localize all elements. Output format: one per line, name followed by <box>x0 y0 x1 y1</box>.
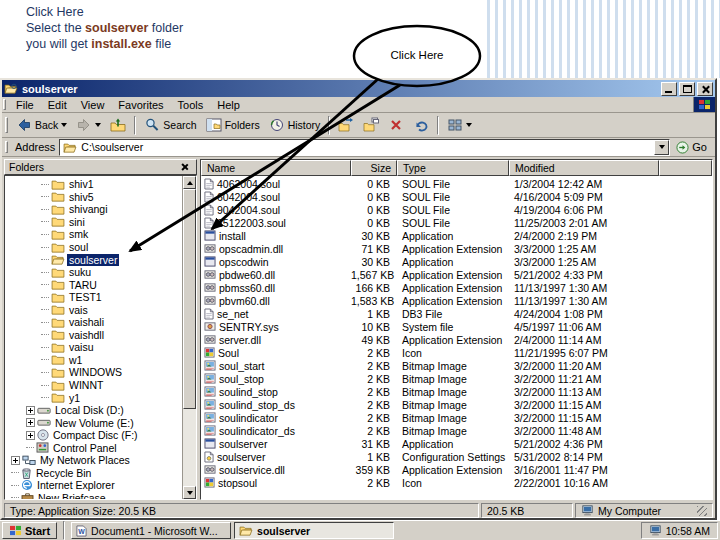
file-row-opscadmin-dll[interactable]: opscadmin.dll71 KBApplication Extension3… <box>201 242 712 255</box>
file-row-sentry-sys[interactable]: SENTRY.sys10 KBSystem file4/5/1997 11:06… <box>201 320 712 333</box>
file-row-soulserver[interactable]: soulserver1 KBConfiguration Settings5/31… <box>201 450 712 463</box>
close-button[interactable] <box>697 82 713 96</box>
tree-item-shiv5[interactable]: shiv5 <box>5 191 182 204</box>
tree-item-vaishdll[interactable]: vaishdll <box>5 329 182 342</box>
toolbar-grip[interactable] <box>5 117 8 134</box>
menu-help[interactable]: Help <box>210 98 247 112</box>
column-header-modified[interactable]: Modified <box>509 160 659 176</box>
scrollbar-track[interactable] <box>183 189 196 486</box>
file-row-soulind-stop-ds[interactable]: soulind_stop_ds2 KBBitmap Image3/2/2000 … <box>201 398 712 411</box>
search-button[interactable]: Search <box>140 114 200 137</box>
task-button-document1-microsoft-w[interactable]: WDocument1 - Microsoft W... <box>71 522 231 539</box>
tree-item-windows[interactable]: WINDOWS <box>5 366 182 379</box>
tree-item-y1[interactable]: y1 <box>5 391 182 404</box>
menu-grip[interactable] <box>3 99 6 110</box>
tree-connector <box>26 447 34 448</box>
maximize-button[interactable] <box>679 82 695 96</box>
start-button[interactable]: Start <box>2 522 57 539</box>
tree-item-vais[interactable]: vais <box>5 303 182 316</box>
address-grip[interactable] <box>5 141 8 154</box>
file-row-soulindicator[interactable]: soulindicator2 KBBitmap Image3/2/2000 11… <box>201 411 712 424</box>
tree-item-control-panel[interactable]: Control Panel <box>5 441 182 454</box>
file-row-server-dll[interactable]: server.dll49 KBApplication Extension2/4/… <box>201 333 712 346</box>
column-header-size[interactable]: Size <box>351 160 397 176</box>
tree-item-shiv1[interactable]: shiv1 <box>5 178 182 191</box>
tree-item-soul[interactable]: soul <box>5 241 182 254</box>
tree-item-taru[interactable]: TARU <box>5 278 182 291</box>
file-row-stopsoul[interactable]: stopsoul2 KBIcon2/22/2001 10:16 AM <box>201 476 712 489</box>
tree-item-recycle-bin[interactable]: Recycle Bin <box>5 467 182 480</box>
tree-item-sini[interactable]: sini <box>5 216 182 229</box>
menu-edit[interactable]: Edit <box>41 98 74 112</box>
file-row-soulservice-dll[interactable]: soulservice.dll359 KBApplication Extensi… <box>201 463 712 476</box>
history-button[interactable]: History <box>265 114 325 137</box>
go-button[interactable]: Go <box>674 141 713 154</box>
file-row-pbvm60-dll[interactable]: pbvm60.dll1,583 KBApplication Extension1… <box>201 294 712 307</box>
scroll-up-button[interactable] <box>183 176 196 189</box>
forward-button[interactable] <box>72 114 105 137</box>
file-row-pbmss60-dll[interactable]: pbmss60.dll166 KBApplication Extension11… <box>201 281 712 294</box>
tree-item-w1[interactable]: w1 <box>5 354 182 367</box>
tree-item-vaishali[interactable]: vaishali <box>5 316 182 329</box>
tree-item-soulserver[interactable]: soulserver <box>5 253 182 266</box>
tree-item-internet-explorer[interactable]: Internet Explorer <box>5 479 182 492</box>
menu-tools[interactable]: Tools <box>171 98 211 112</box>
resize-grip[interactable] <box>697 506 707 516</box>
address-dropdown-button[interactable] <box>654 140 669 155</box>
file-row-9042004-soul[interactable]: 9042004.soul0 KBSOUL File4/19/2004 6:06 … <box>201 203 712 216</box>
tree-item-smk[interactable]: smk <box>5 228 182 241</box>
file-row-soulindicator-ds[interactable]: soulindicator_ds2 KBBitmap Image3/2/2000… <box>201 424 712 437</box>
annotation-text: Click Here Select the soulserver folder … <box>26 4 183 52</box>
file-row-se-net[interactable]: se_net1 KBDB3 File4/24/2004 1:08 PM <box>201 307 712 320</box>
file-row-soul-stop[interactable]: soul_stop2 KBBitmap Image3/2/2000 11:21 … <box>201 372 712 385</box>
move-to-button[interactable] <box>334 114 358 137</box>
file-row-pbdwe60-dll[interactable]: pbdwe60.dll1,567 KBApplication Extension… <box>201 268 712 281</box>
menu-favorites[interactable]: Favorites <box>111 98 170 112</box>
tree-item-my-network-places[interactable]: My Network Places <box>5 454 182 467</box>
file-row-soul-start[interactable]: soul_start2 KBBitmap Image3/2/2000 11:20… <box>201 359 712 372</box>
tree-item-new-volume-e[interactable]: New Volume (E:) <box>5 416 182 429</box>
tree-item-test1[interactable]: TEST1 <box>5 291 182 304</box>
views-button[interactable] <box>443 114 476 137</box>
file-name: opscadmin.dll <box>219 243 283 255</box>
copy-to-button[interactable] <box>359 114 383 137</box>
folders-panel-close-button[interactable] <box>178 161 192 174</box>
file-row-25122003-soul[interactable]: 25122003.soul0 KBSOUL File11/25/2003 2:0… <box>201 216 712 229</box>
menu-view[interactable]: View <box>74 98 112 112</box>
expand-plus-icon[interactable] <box>11 456 20 465</box>
callout-label: Click Here <box>362 49 472 61</box>
folders-button[interactable]: Folders <box>202 114 264 137</box>
tree-item-compact-disc-f[interactable]: Compact Disc (F:) <box>5 429 182 442</box>
tree-item-local-disk-d[interactable]: Local Disk (D:) <box>5 404 182 417</box>
task-button-soulserver[interactable]: soulserver <box>234 522 394 539</box>
expand-plus-icon[interactable] <box>26 418 35 427</box>
address-input[interactable]: C:\soulserver <box>59 139 670 156</box>
expand-plus-icon[interactable] <box>26 431 35 440</box>
undo-button[interactable] <box>409 114 433 137</box>
menu-file[interactable]: File <box>9 98 41 112</box>
scrollbar-thumb[interactable] <box>183 189 196 409</box>
file-row-install[interactable]: install30 KBApplication2/4/2000 2:19 PM <box>201 229 712 242</box>
file-row-soul[interactable]: Soul2 KBIcon11/21/1995 6:07 PM <box>201 346 712 359</box>
back-button[interactable]: Back <box>12 114 71 137</box>
tree-item-shivangi[interactable]: shivangi <box>5 203 182 216</box>
file-row-6042004-soul[interactable]: 6042004.soul0 KBSOUL File4/16/2004 5:09 … <box>201 190 712 203</box>
scroll-down-button[interactable] <box>183 486 196 499</box>
file-row-opscodwin[interactable]: opscodwin30 KBApplication3/3/2000 1:25 A… <box>201 255 712 268</box>
column-header-name[interactable]: Name <box>201 160 351 176</box>
column-header-type[interactable]: Type <box>397 160 509 176</box>
tree-item-new-briefcase[interactable]: New Briefcase <box>5 492 182 499</box>
tree-item-winnt[interactable]: WINNT <box>5 379 182 392</box>
title-bar[interactable]: soulserver <box>2 80 715 97</box>
tree-item-suku[interactable]: suku <box>5 266 182 279</box>
expand-plus-icon[interactable] <box>26 406 35 415</box>
tree-scrollbar[interactable] <box>182 176 196 499</box>
minimize-button[interactable] <box>661 82 677 96</box>
file-row-soulserver[interactable]: soulserver31 KBApplication5/21/2002 4:36… <box>201 437 712 450</box>
tree-item-vaisu[interactable]: vaisu <box>5 341 182 354</box>
up-button[interactable] <box>106 114 130 137</box>
delete-button[interactable] <box>384 114 408 137</box>
file-row-soulind-stop[interactable]: soulind_stop2 KBBitmap Image3/2/2000 11:… <box>201 385 712 398</box>
open-folder-icon <box>239 525 253 536</box>
file-row-4062004-soul[interactable]: 4062004.soul0 KBSOUL File1/3/2004 12:42 … <box>201 177 712 190</box>
